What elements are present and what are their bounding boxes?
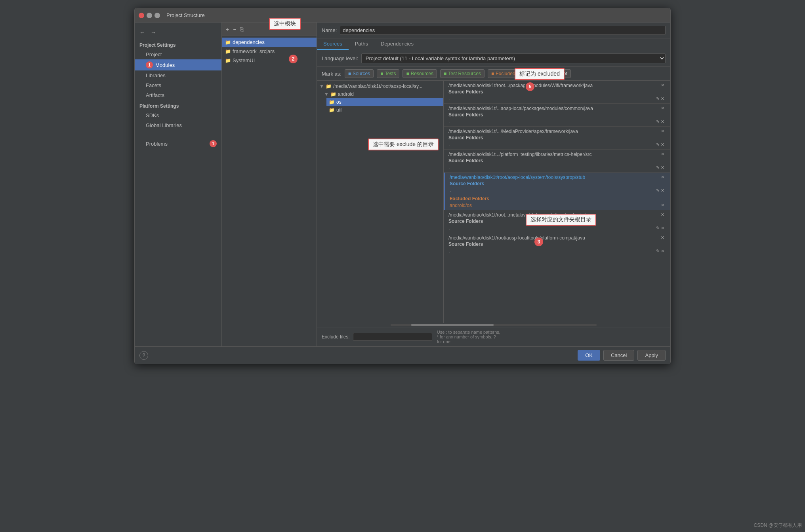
sidebar-item-global-libs-label: Global Libraries xyxy=(146,122,182,128)
middle-panel: + − ⎘ 📁 dependencies 📁 framework_srcjars… xyxy=(222,23,317,346)
sources-icon: ■ xyxy=(348,71,351,76)
back-button[interactable]: ← xyxy=(138,28,147,36)
minimize-button[interactable] xyxy=(147,13,152,18)
remove-module-button[interactable]: − xyxy=(232,25,237,33)
module-item-framework[interactable]: 📁 framework_srcjars xyxy=(222,47,317,56)
sidebar-item-modules[interactable]: 1 Modules xyxy=(135,59,221,70)
sidebar-item-global-libs[interactable]: Global Libraries xyxy=(135,120,221,130)
path-text-1: /media/wanbiao/disk1t/root.../packages/m… xyxy=(448,83,660,88)
folder-type-4: Source Folders xyxy=(448,157,666,164)
folder-type-7: Source Folders xyxy=(448,241,666,248)
tab-dependencies[interactable]: Dependencies xyxy=(374,38,420,50)
mark-as-label: Mark as: xyxy=(322,71,341,77)
sidebar-item-artifacts-label: Artifacts xyxy=(146,92,164,98)
path-close-6[interactable]: ✕ xyxy=(660,212,666,218)
edit-btn-3[interactable]: ✎ ✕ xyxy=(655,142,666,148)
module-tree: 📁 dependencies 📁 framework_srcjars 📁 Sys… xyxy=(222,36,317,346)
path-entry-3: /media/wanbiao/disk1t/.../MediaProvider/… xyxy=(444,127,670,150)
apply-button[interactable]: Apply xyxy=(637,350,666,361)
watermark: CSDN @安仔都有人用 xyxy=(753,522,802,529)
excluded-close[interactable]: ✕ xyxy=(660,202,666,208)
forward-button[interactable]: → xyxy=(149,28,158,36)
exclude-files-label: Exclude files: xyxy=(322,334,350,340)
sidebar-item-problems[interactable]: Problems 1 xyxy=(135,138,221,149)
edit-btn-4[interactable]: ✎ ✕ xyxy=(655,165,666,171)
module-item-dependencies[interactable]: 📁 dependencies xyxy=(222,38,317,47)
ok-button[interactable]: OK xyxy=(578,350,600,361)
tree-os[interactable]: 📁 os xyxy=(326,98,443,106)
edit-btn-5[interactable]: ✎ ✕ xyxy=(655,188,666,194)
mark-sources-button[interactable]: ■ Sources xyxy=(345,69,374,78)
sidebar-item-libraries[interactable]: Libraries xyxy=(135,70,221,80)
dot-4: . xyxy=(448,164,450,171)
platform-settings-header: Platform Settings xyxy=(135,100,221,110)
badge-3: 3 xyxy=(534,238,543,246)
copy-module-button[interactable]: ⎘ xyxy=(239,25,244,33)
tab-paths[interactable]: Paths xyxy=(349,38,374,50)
module-name-systemui: SystemUI xyxy=(233,57,255,63)
window-controls xyxy=(139,13,160,18)
excluded-folders-label: Excluded Folders xyxy=(450,195,666,202)
tab-sources[interactable]: Sources xyxy=(317,38,349,50)
tree-util[interactable]: 📁 util xyxy=(326,106,443,114)
edit-btn-1[interactable]: ✎ ✕ xyxy=(655,96,666,102)
exclude-files-input[interactable] xyxy=(353,333,432,341)
edit-btn-7[interactable]: ✎ ✕ xyxy=(655,248,666,254)
source-tree: ▼ 📁 /media/wanbiao/disk1t/root/aosp-loca… xyxy=(317,81,444,323)
sidebar-item-project[interactable]: Project xyxy=(135,49,221,59)
excluded-path: android/os xyxy=(450,203,472,208)
mark-test-resources-button[interactable]: ■ Test Resources xyxy=(440,69,485,78)
maximize-button[interactable] xyxy=(155,13,160,18)
dot-5: . xyxy=(450,187,451,194)
path-text-2: /media/wanbiao/disk1t/...aosp-local/pack… xyxy=(448,106,660,111)
path-close-7[interactable]: ✕ xyxy=(660,235,666,241)
mark-excluded-button[interactable]: ■ Excluded xyxy=(488,69,519,78)
close-button[interactable] xyxy=(139,13,144,18)
module-name-framework: framework_srcjars xyxy=(233,48,275,54)
path-entry-7: /media/wanbiao/disk1t/root/aosp-local/to… xyxy=(444,233,670,256)
lang-level-select[interactable]: Project default (11 - Local variable syn… xyxy=(361,53,666,63)
sidebar-item-sdks[interactable]: SDKs xyxy=(135,110,221,120)
sidebar-item-problems-label: Problems xyxy=(146,141,168,147)
lang-level-label: Language level: xyxy=(322,55,358,61)
annotation-select-dir: 选中需要 exclude 的目录 xyxy=(368,139,439,150)
content-area: ▼ 📁 /media/wanbiao/disk1t/root/aosp-loca… xyxy=(317,81,670,323)
folder-icon-root: 📁 xyxy=(326,84,332,89)
add-module-button[interactable]: + xyxy=(225,25,230,33)
dot-7: . xyxy=(448,248,450,254)
excluded-icon: ■ xyxy=(491,71,494,76)
edit-btn-6[interactable]: ✎ ✕ xyxy=(655,225,666,231)
path-close-3[interactable]: ✕ xyxy=(660,128,666,134)
mark-resources-button[interactable]: ■ Resources xyxy=(402,69,437,78)
path-close-4[interactable]: ✕ xyxy=(660,151,666,157)
folder-type-5: Source Folders xyxy=(450,180,666,187)
titlebar: Project Structure xyxy=(135,8,670,23)
tree-root-path[interactable]: ▼ 📁 /media/wanbiao/disk1t/root/aosp-loca… xyxy=(317,82,443,90)
module-item-systemui[interactable]: 📁 SystemUI xyxy=(222,56,317,65)
path-close-2[interactable]: ✕ xyxy=(660,105,666,111)
folder-type-2: Source Folders xyxy=(448,111,666,118)
cancel-button[interactable]: Cancel xyxy=(603,350,634,361)
path-entry-2: /media/wanbiao/disk1t/...aosp-local/pack… xyxy=(444,104,670,127)
path-close-5[interactable]: ✕ xyxy=(660,174,666,180)
hint-text-3: for one. xyxy=(437,339,500,344)
sidebar-item-artifacts[interactable]: Artifacts xyxy=(135,90,221,100)
dot-3: . xyxy=(448,141,450,148)
edit-btn-2[interactable]: ✎ ✕ xyxy=(655,119,666,125)
footer: ? OK Cancel Apply xyxy=(135,346,670,364)
folder-icon-framework: 📁 xyxy=(225,49,231,54)
name-row: Name: xyxy=(317,23,670,38)
sidebar-item-facets[interactable]: Facets xyxy=(135,80,221,90)
folder-type-1: Source Folders xyxy=(448,88,666,95)
folder-icon-os: 📁 xyxy=(329,99,335,105)
path-close-1[interactable]: ✕ xyxy=(660,82,666,88)
paths-list: /media/wanbiao/disk1t/root.../packages/m… xyxy=(444,81,670,323)
tree-android[interactable]: ▼ 📁 android xyxy=(322,90,443,98)
folder-icon-util: 📁 xyxy=(329,107,335,113)
path-entry-5: /media/wanbiao/disk1t/root/aosp-local/sy… xyxy=(444,173,670,210)
test-resources-icon: ■ xyxy=(444,71,446,76)
name-input[interactable] xyxy=(340,26,666,35)
mark-tests-button[interactable]: ■ Tests xyxy=(377,69,399,78)
help-button[interactable]: ? xyxy=(139,351,148,360)
hint-text-2: * for any number of symbols, ? xyxy=(437,334,500,339)
